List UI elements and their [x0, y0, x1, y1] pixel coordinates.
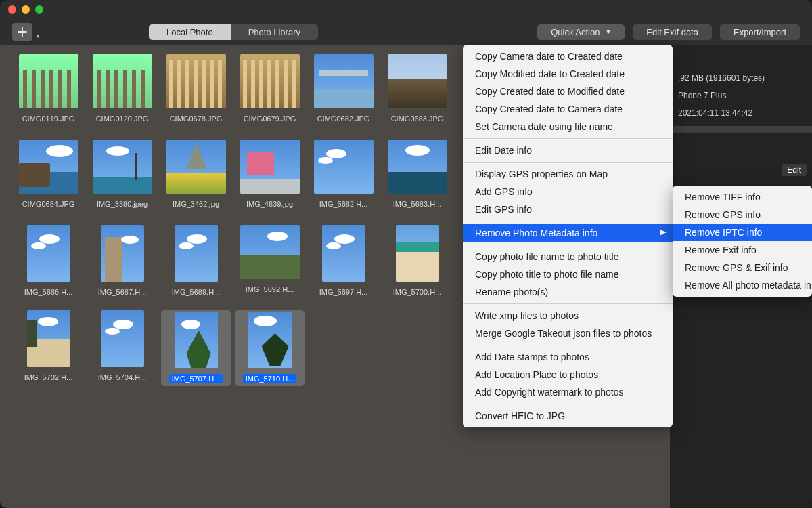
- thumbnail-image: [175, 312, 218, 368]
- thumbnail-image: [27, 310, 70, 367]
- quick-action-button[interactable]: Quick Action ▼: [537, 24, 625, 40]
- menu-item[interactable]: Set Camera date using file name: [463, 118, 673, 135]
- menu-item[interactable]: Add GPS info: [463, 183, 673, 200]
- edit-exif-button[interactable]: Edit Exif data: [633, 24, 712, 40]
- window-titlebar: [0, 0, 812, 19]
- remove-metadata-submenu: Remove TIFF infoRemove GPS infoRemove IP…: [673, 186, 812, 297]
- thumbnail-image: [19, 140, 78, 194]
- thumbnail-item[interactable]: IMG_5710.H...: [235, 310, 304, 386]
- thumbnail-image: [175, 225, 218, 282]
- thumbnail-label: IMG_5700.H...: [390, 287, 445, 297]
- thumbnail-label: IMG_5704.H...: [95, 373, 150, 382]
- menu-separator: [463, 404, 673, 404]
- thumbnail-item[interactable]: IMG_5704.H...: [87, 310, 157, 386]
- submenu-item[interactable]: Remove All photo metadata in: [673, 276, 812, 294]
- thumbnail-item[interactable]: IMG_5686.H...: [14, 225, 83, 301]
- thumbnail-item[interactable]: CIMG0679.JPG: [235, 54, 304, 130]
- add-button[interactable]: [12, 23, 32, 41]
- menu-item[interactable]: Copy photo title to photo file name: [463, 266, 673, 283]
- menu-separator: [463, 345, 673, 345]
- minimize-icon[interactable]: [22, 5, 30, 14]
- thumbnail-item[interactable]: IMG_3380.jpeg: [87, 140, 157, 215]
- view-segmented-control: Local Photo Photo Library: [149, 24, 318, 40]
- meta-date: 2021:04:11 13:44:42: [670, 104, 812, 122]
- thumbnail-label: CIMG0683.JPG: [388, 114, 447, 123]
- thumbnail-image: [166, 140, 226, 194]
- menu-item[interactable]: Merge Google Takeout json files to photo…: [463, 324, 673, 342]
- edit-metadata-button[interactable]: Edit: [782, 164, 807, 176]
- export-import-button[interactable]: Export/Import: [720, 24, 800, 40]
- meta-device: Phone 7 Plus: [670, 87, 812, 104]
- thumbnail-item[interactable]: CIMG0120.JPG: [87, 54, 157, 130]
- thumbnail-label: IMG_5707.H...: [169, 374, 223, 383]
- thumbnail-label: IMG_5697.H...: [317, 287, 371, 297]
- submenu-item[interactable]: Remove Exif info: [673, 241, 812, 259]
- submenu-item[interactable]: Remove IPTC info: [673, 224, 812, 241]
- thumbnail-item[interactable]: IMG_3462.jpg: [161, 140, 231, 215]
- thumbnail-image: [240, 225, 300, 279]
- menu-item[interactable]: Remove Photo Metadata info▶: [463, 224, 673, 242]
- thumbnail-item[interactable]: IMG_5683.H...: [382, 140, 452, 215]
- menu-item[interactable]: Copy Created date to Camera date: [463, 100, 673, 118]
- menu-item[interactable]: Edit Date info: [463, 142, 673, 159]
- thumbnail-image: [314, 54, 374, 108]
- menu-item[interactable]: Copy photo file name to photo title: [463, 248, 673, 266]
- thumbnail-label: IMG_5683.H...: [390, 199, 445, 209]
- menu-item[interactable]: Convert HEIC to JPG: [463, 407, 673, 425]
- thumbnail-item[interactable]: IMG_5692.H...: [235, 225, 304, 301]
- menu-separator: [463, 245, 673, 245]
- thumbnail-image: [19, 54, 78, 108]
- thumbnail-label: IMG_5710.H...: [243, 374, 297, 383]
- menu-item[interactable]: Add Location Place to photos: [463, 366, 673, 383]
- thumbnail-item[interactable]: CIMG0119.JPG: [14, 54, 83, 130]
- thumbnail-label: CIMG0119.JPG: [20, 114, 78, 123]
- menu-separator: [463, 221, 673, 221]
- thumbnail-item[interactable]: CIMG0678.JPG: [161, 54, 231, 130]
- thumbnail-item[interactable]: IMG_4639.jpg: [235, 140, 304, 215]
- thumbnail-item[interactable]: CIMG0682.JPG: [309, 54, 378, 130]
- thumbnail-image: [322, 225, 365, 282]
- thumbnail-item[interactable]: IMG_5702.H...: [14, 310, 83, 386]
- thumbnail-item[interactable]: CIMG0684.JPG: [14, 140, 83, 215]
- submenu-arrow-icon: ▶: [660, 228, 666, 236]
- thumbnail-image: [248, 312, 292, 368]
- quick-action-label: Quick Action: [551, 27, 600, 37]
- menu-item[interactable]: Rename photo(s): [463, 283, 673, 301]
- close-icon[interactable]: [8, 5, 16, 14]
- thumbnail-label: CIMG0120.JPG: [93, 114, 152, 123]
- seg-local-photo[interactable]: Local Photo: [149, 24, 231, 40]
- menu-item[interactable]: Copy Created date to Modified date: [463, 83, 673, 100]
- thumbnail-label: CIMG0682.JPG: [315, 114, 373, 123]
- thumbnail-image: [396, 225, 439, 282]
- menu-item[interactable]: Add Date stamps to photos: [463, 348, 673, 366]
- thumbnail-item[interactable]: IMG_5707.H...: [161, 310, 231, 386]
- menu-item[interactable]: Add Copyright watermark to photos: [463, 383, 673, 401]
- menu-item[interactable]: Copy Camera date to Created date: [463, 47, 673, 65]
- menu-item[interactable]: Write xmp files to photos: [463, 307, 673, 324]
- thumbnail-item[interactable]: IMG_5687.H...: [87, 225, 157, 301]
- menu-item[interactable]: Edit GPS info: [463, 200, 673, 218]
- content-area: CIMG0119.JPGCIMG0120.JPGCIMG0678.JPGCIMG…: [0, 45, 812, 508]
- thumbnail-label: IMG_3462.jpg: [170, 199, 222, 209]
- menu-item[interactable]: Display GPS properties on Map: [463, 165, 673, 183]
- thumbnail-image: [314, 140, 374, 194]
- thumbnail-item[interactable]: IMG_5682.H...: [309, 140, 378, 215]
- thumbnail-image: [240, 54, 300, 108]
- seg-photo-library[interactable]: Photo Library: [231, 24, 318, 40]
- thumbnail-label: IMG_5702.H...: [22, 373, 76, 382]
- submenu-item[interactable]: Remove TIFF info: [673, 188, 812, 206]
- thumbnail-item[interactable]: IMG_5689.H...: [161, 225, 231, 301]
- submenu-item[interactable]: Remove GPS info: [673, 206, 812, 224]
- thumbnail-item[interactable]: CIMG0683.JPG: [382, 54, 452, 130]
- menu-separator: [463, 162, 673, 163]
- menu-item[interactable]: Copy Modified date to Created date: [463, 65, 673, 83]
- submenu-item[interactable]: Remove GPS & Exif info: [673, 259, 812, 276]
- thumbnail-label: CIMG0679.JPG: [241, 114, 299, 123]
- menu-separator: [463, 303, 673, 304]
- fullscreen-icon[interactable]: [35, 5, 43, 14]
- thumbnail-item[interactable]: IMG_5700.H...: [382, 225, 452, 301]
- thumbnail-image: [388, 140, 447, 194]
- thumbnail-label: IMG_5689.H...: [169, 287, 223, 297]
- thumbnail-item[interactable]: IMG_5697.H...: [309, 225, 378, 301]
- thumbnail-label: IMG_5682.H...: [317, 199, 371, 209]
